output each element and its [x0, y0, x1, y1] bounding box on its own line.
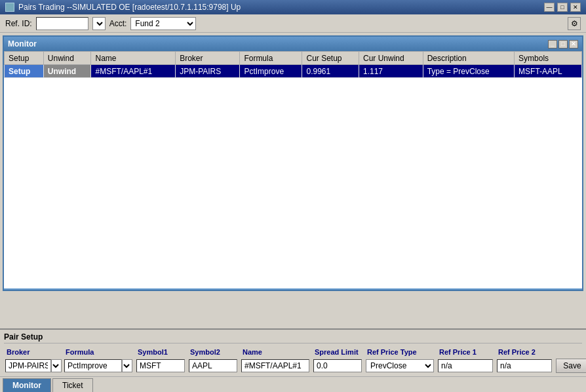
- monitor-table-container: Setup Unwind Name Broker Formula Cur Set…: [4, 51, 582, 288]
- bottom-area: Pair Setup Broker Formula Symbol1 Symbol…: [0, 328, 586, 392]
- ref-price-type-select[interactable]: PrevClose: [366, 359, 434, 372]
- ph-ref-price-1: Ref Price 1: [437, 347, 496, 357]
- app-icon: [5, 3, 14, 12]
- col-description: Description: [423, 52, 514, 65]
- minimize-button[interactable]: —: [544, 3, 555, 12]
- pair-setup-title: Pair Setup: [4, 331, 582, 343]
- name-input[interactable]: [241, 359, 309, 372]
- acct-select[interactable]: Fund 2: [130, 17, 196, 30]
- tab-ticket[interactable]: Ticket: [52, 378, 93, 392]
- ref-id-input[interactable]: [36, 17, 88, 30]
- col-symbols: Symbols: [515, 52, 582, 65]
- col-cur-setup: Cur Setup: [302, 52, 359, 65]
- ph-symbol2: Symbol2: [187, 347, 240, 357]
- col-setup: Setup: [5, 52, 44, 65]
- col-cur-unwind: Cur Unwind: [359, 52, 423, 65]
- top-toolbar: Ref. ID: Acct: Fund 2 ⚙: [0, 14, 586, 33]
- monitor-close-button[interactable]: ✕: [569, 40, 578, 49]
- col-unwind: Unwind: [43, 52, 91, 65]
- symbol2-field-group: [187, 359, 240, 373]
- ph-symbol1: Symbol1: [135, 347, 187, 357]
- cell-cur-setup: 0.9961: [302, 65, 359, 78]
- formula-input[interactable]: [64, 359, 122, 372]
- save-button[interactable]: Save: [556, 359, 586, 373]
- broker-dropdown[interactable]: ▾: [51, 359, 62, 372]
- spread-limit-field-group: [312, 359, 364, 373]
- ref-price-type-field-group: PrevClose: [364, 359, 437, 373]
- cell-setup: Setup: [5, 65, 44, 78]
- pair-setup-inputs: ▾ ▾: [4, 358, 582, 374]
- cell-cur-unwind: 1.117: [359, 65, 423, 78]
- formula-field-group: ▾: [63, 359, 135, 373]
- window-title: Pairs Trading --SIMULATED OE [radoetest/…: [18, 3, 241, 12]
- spread-limit-input[interactable]: [313, 359, 362, 372]
- ref-price-1-field-group: [437, 359, 496, 373]
- cell-description: Type = PrevClose: [423, 65, 514, 78]
- ph-ref-price-2: Ref Price 2: [496, 347, 555, 357]
- cell-broker: JPM-PAIRS: [176, 65, 240, 78]
- title-bar: Pairs Trading --SIMULATED OE [radoetest/…: [0, 0, 586, 14]
- ph-name: Name: [240, 347, 312, 357]
- maximize-button[interactable]: □: [557, 3, 568, 12]
- pair-setup-panel: Pair Setup Broker Formula Symbol1 Symbol…: [0, 328, 586, 376]
- monitor-restore-button[interactable]: □: [558, 40, 568, 49]
- tab-monitor[interactable]: Monitor: [3, 378, 51, 392]
- ph-spread-limit: Spread Limit: [312, 347, 364, 357]
- action-buttons: Save Delete Clear: [555, 358, 586, 374]
- col-name: Name: [91, 52, 176, 65]
- symbol1-field-group: [135, 359, 187, 373]
- cell-name: #MSFT/AAPL#1: [91, 65, 176, 78]
- ph-ref-price-type: Ref Price Type: [364, 347, 437, 357]
- col-broker: Broker: [176, 52, 240, 65]
- close-button[interactable]: ✕: [570, 3, 581, 12]
- ref-price-2-input[interactable]: [497, 359, 552, 372]
- ref-price-1-input[interactable]: [438, 359, 493, 372]
- monitor-minimize-button[interactable]: _: [548, 40, 557, 49]
- ph-formula: Formula: [63, 347, 135, 357]
- acct-label: Acct:: [109, 19, 127, 28]
- table-header-row: Setup Unwind Name Broker Formula Cur Set…: [5, 52, 582, 65]
- broker-input[interactable]: [5, 359, 51, 372]
- broker-field-group: ▾: [4, 359, 63, 373]
- ref-price-2-field-group: [496, 359, 555, 373]
- col-formula: Formula: [240, 52, 302, 65]
- table-row[interactable]: Setup Unwind #MSFT/AAPL#1 JPM-PAIRS PctI…: [5, 65, 582, 78]
- ph-broker: Broker: [4, 347, 63, 357]
- cell-formula: PctImprove: [240, 65, 302, 78]
- tabs-bar: Monitor Ticket: [0, 376, 586, 392]
- settings-button[interactable]: ⚙: [568, 17, 581, 30]
- pair-setup-headers: Broker Formula Symbol1 Symbol2 Name Spre…: [4, 346, 582, 358]
- ph-actions: [555, 347, 582, 357]
- cell-symbols: MSFT-AAPL: [515, 65, 582, 78]
- cell-unwind: Unwind: [43, 65, 91, 78]
- ref-id-dropdown[interactable]: [92, 17, 106, 30]
- formula-dropdown[interactable]: ▾: [122, 359, 132, 372]
- monitor-table: Setup Unwind Name Broker Formula Cur Set…: [4, 51, 582, 78]
- symbol1-input[interactable]: [136, 359, 185, 372]
- symbol2-input[interactable]: [189, 359, 237, 372]
- name-field-group: [240, 359, 312, 373]
- monitor-header: Monitor _ □ ✕: [4, 37, 582, 51]
- monitor-panel: Monitor _ □ ✕ Setup Unwind Name Broker F…: [3, 35, 583, 291]
- ref-id-label: Ref. ID:: [5, 19, 32, 28]
- monitor-title: Monitor: [8, 39, 37, 49]
